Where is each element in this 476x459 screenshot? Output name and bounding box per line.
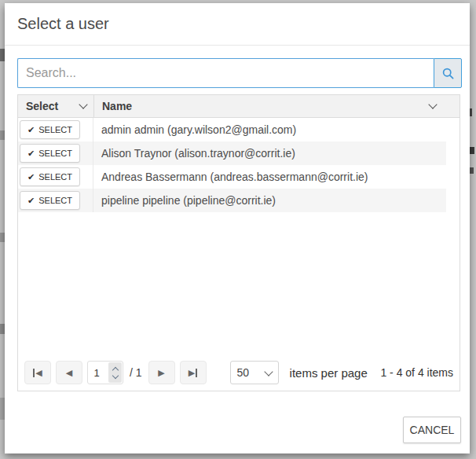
dialog-header: Select a user (5, 3, 470, 46)
table-row: ✔ SELECT Andreas Bassermann (andreas.bas… (18, 165, 446, 189)
check-icon: ✔ (27, 149, 35, 158)
previous-page-button[interactable]: ◀ (56, 361, 82, 384)
pagination-bar: ◀ ◀ / 1 ▶ (18, 354, 460, 391)
select-cell: ✔ SELECT (18, 141, 93, 165)
user-name-cell: pipeline pipeline (pipeline@corrit.ie) (93, 194, 446, 207)
column-label: Select (26, 100, 58, 112)
search-input[interactable] (17, 58, 434, 88)
select-button-label: SELECT (38, 125, 72, 134)
chevron-down-icon[interactable] (79, 100, 87, 108)
check-icon: ✔ (27, 173, 35, 182)
dialog-body: Select Name ✔ SELECT admin admin (gary.w… (5, 46, 470, 391)
items-range-label: 1 - 4 of 4 items (380, 366, 455, 379)
table-body: ✔ SELECT admin admin (gary.wilson2@gmail… (18, 118, 460, 354)
user-name-cell: Andreas Bassermann (andreas.bassermann@c… (93, 171, 446, 183)
user-name-cell: Alison Traynor (alison.traynor@corrit.ie… (93, 147, 446, 160)
screen: Select a user (0, 0, 476, 459)
search-button[interactable] (434, 58, 462, 88)
previous-page-icon: ◀ (66, 369, 72, 377)
user-name-cell: admin admin (gary.wilson2@gmail.com) (93, 123, 446, 136)
select-user-button[interactable]: ✔ SELECT (20, 167, 80, 186)
next-page-button[interactable]: ▶ (148, 361, 175, 384)
background-page-fragment (470, 108, 472, 116)
users-table: Select Name ✔ SELECT admin admin (gary.w… (17, 94, 460, 391)
search-icon (441, 67, 455, 80)
chevron-down-icon (264, 367, 273, 376)
search-bar (17, 58, 462, 88)
check-icon: ✔ (27, 196, 35, 205)
check-icon: ✔ (27, 126, 35, 134)
last-page-button[interactable]: ▶ (180, 361, 207, 384)
last-page-icon: ▶ (189, 369, 195, 377)
next-page-icon: ▶ (158, 369, 164, 377)
table-row: ✔ SELECT pipeline pipeline (pipeline@cor… (18, 189, 446, 212)
select-cell: ✔ SELECT (18, 118, 93, 141)
first-page-icon (33, 369, 35, 377)
first-page-button[interactable]: ◀ (24, 361, 51, 384)
select-button-label: SELECT (38, 172, 72, 182)
select-button-label: SELECT (38, 196, 72, 205)
select-cell: ✔ SELECT (18, 165, 93, 189)
select-cell: ✔ SELECT (18, 189, 93, 212)
select-user-dialog: Select a user (5, 3, 470, 453)
page-number-box (87, 361, 123, 384)
table-header: Select Name (18, 95, 460, 118)
page-number-input[interactable] (88, 367, 105, 379)
chevron-down-icon[interactable] (428, 100, 437, 108)
column-header-select[interactable]: Select (18, 95, 94, 117)
page-number-stepper[interactable] (108, 362, 122, 383)
items-per-page-label: items per page (290, 366, 368, 380)
page-size-select[interactable]: 50 (230, 361, 279, 384)
select-button-label: SELECT (38, 149, 72, 158)
cancel-button[interactable]: CANCEL (403, 417, 461, 443)
column-label: Name (102, 100, 132, 112)
select-user-button[interactable]: ✔ SELECT (20, 144, 80, 163)
page-size-value: 50 (237, 366, 250, 379)
chevron-down-icon (112, 372, 118, 378)
page-title: Select a user (17, 15, 109, 33)
select-user-button[interactable]: ✔ SELECT (20, 191, 80, 210)
table-row: ✔ SELECT Alison Traynor (alison.traynor@… (18, 141, 446, 165)
select-user-button[interactable]: ✔ SELECT (20, 120, 80, 139)
total-pages-label: / 1 (130, 366, 142, 379)
table-row: ✔ SELECT admin admin (gary.wilson2@gmail… (18, 118, 446, 141)
column-header-name[interactable]: Name (94, 95, 460, 117)
